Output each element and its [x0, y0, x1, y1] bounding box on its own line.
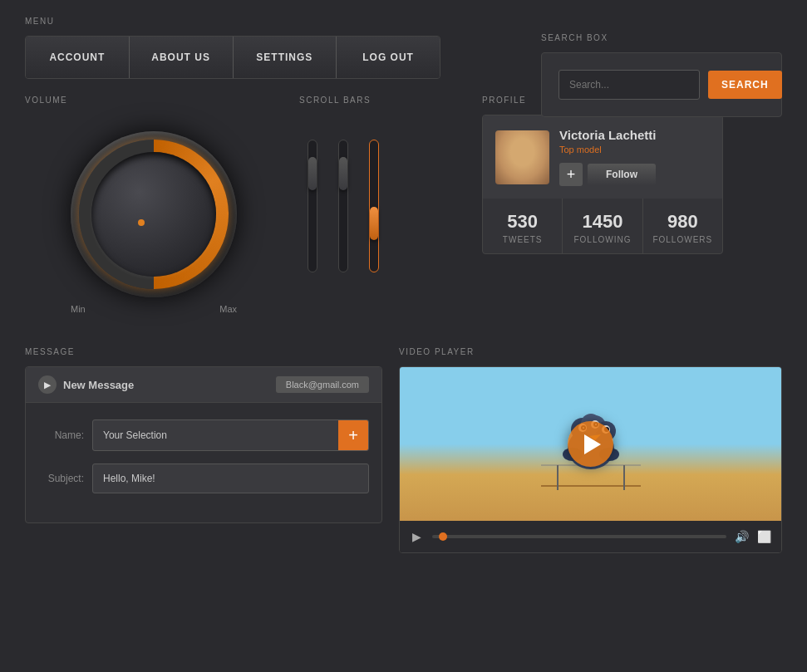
follow-container: + Follow	[559, 163, 710, 186]
search-input[interactable]	[559, 70, 700, 100]
profile-stats: 530 Tweets 1450 Following 980 Followers	[483, 199, 722, 253]
message-play-icon[interactable]: ▶	[38, 375, 57, 394]
fullscreen-icon[interactable]: ⬜	[757, 530, 771, 543]
scroll-thumb-2[interactable]	[339, 157, 347, 190]
message-email: Black@gmail.com	[276, 376, 369, 393]
scroll-bars-container	[299, 115, 465, 297]
video-screen[interactable]	[400, 367, 781, 521]
name-plus-button[interactable]: +	[338, 420, 368, 450]
following-label: Following	[573, 235, 631, 244]
menu-buttons: ACCOUNT ABOUT US SETTINGS LOG OUT	[25, 36, 440, 79]
menu-log-out-button[interactable]: LOG OUT	[337, 37, 440, 78]
new-message-label: ▶ New Message	[38, 375, 134, 394]
follow-button[interactable]: Follow	[588, 164, 656, 185]
knob-labels: Min Max	[71, 304, 237, 314]
video-container: ▶ 🔊 ⬜	[399, 366, 782, 553]
search-box: SEARCH	[541, 52, 782, 117]
stat-following: 1450 Following	[563, 199, 642, 253]
volume-knob-outer[interactable]	[71, 131, 237, 297]
name-label: Name:	[38, 429, 84, 441]
volume-control-icon[interactable]: 🔊	[735, 530, 749, 543]
avatar	[495, 130, 549, 184]
middle-section: VOLUME Min Max SCROLL BARS	[0, 79, 807, 347]
scroll-thumb-1[interactable]	[308, 157, 317, 190]
scroll-bar-2[interactable]	[338, 140, 348, 272]
profile-header: Victoria Lachetti Top model + Follow	[483, 115, 722, 199]
followers-count: 980	[652, 211, 714, 233]
followers-label: Followers	[652, 235, 712, 244]
volume-knob-indicator	[138, 219, 145, 226]
scroll-bar-1[interactable]	[308, 140, 317, 272]
video-progress-bar[interactable]	[432, 535, 726, 538]
play-triangle-icon	[584, 434, 601, 454]
subject-row: Subject:	[38, 464, 369, 493]
search-button[interactable]: SEARCH	[708, 71, 782, 99]
profile-title: Top model	[559, 145, 710, 155]
knob-min-label: Min	[71, 304, 86, 314]
profile-name: Victoria Lachetti	[559, 128, 710, 142]
video-label: VIDEO PLAYER	[399, 347, 782, 356]
message-section: MESSAGE ▶ New Message Black@gmail.com Na…	[25, 347, 382, 553]
bottom-section: MESSAGE ▶ New Message Black@gmail.com Na…	[0, 347, 807, 570]
video-play-control[interactable]: ▶	[410, 527, 424, 546]
search-label: SEARCH BOX	[541, 33, 757, 42]
video-progress-indicator	[439, 532, 447, 541]
search-section: SEARCH BOX SEARCH	[541, 17, 782, 117]
profile-section: PROFILE Victoria Lachetti Top model + Fo…	[482, 96, 782, 331]
tweets-count: 530	[491, 211, 554, 233]
volume-label: VOLUME	[25, 96, 283, 105]
volume-knob-ring	[79, 140, 229, 289]
menu-account-button[interactable]: ACCOUNT	[26, 37, 130, 78]
tweets-label: Tweets	[503, 235, 543, 244]
subject-label: Subject:	[38, 473, 84, 484]
new-message-text: New Message	[63, 379, 134, 391]
message-body: Name: + Subject:	[26, 403, 381, 522]
stat-tweets: 530 Tweets	[483, 199, 563, 253]
subject-input[interactable]	[93, 464, 368, 493]
message-label: MESSAGE	[25, 347, 382, 356]
scroll-bars-label: SCROLL BARS	[299, 96, 465, 105]
scroll-thumb-3[interactable]	[370, 207, 378, 240]
profile-card: Victoria Lachetti Top model + Follow 530…	[482, 115, 723, 254]
scroll-bars-section: SCROLL BARS	[299, 96, 465, 331]
name-input-wrapper: +	[92, 419, 369, 451]
knob-max-label: Max	[219, 304, 237, 314]
menu-settings-button[interactable]: SETTINGS	[234, 37, 337, 78]
stat-followers: 980 Followers	[643, 199, 722, 253]
message-container: ▶ New Message Black@gmail.com Name: + Su…	[25, 366, 382, 523]
name-row: Name: +	[38, 419, 369, 451]
follow-plus-button[interactable]: +	[559, 163, 583, 186]
subject-input-wrapper	[92, 464, 369, 493]
video-controls: ▶ 🔊 ⬜	[400, 521, 781, 552]
menu-about-us-button[interactable]: ABOUT US	[130, 37, 234, 78]
volume-knob-container: Min Max	[25, 115, 283, 331]
volume-section: VOLUME Min Max	[25, 96, 283, 331]
scroll-bar-3[interactable]	[369, 140, 379, 272]
name-input[interactable]	[93, 421, 338, 449]
video-play-button[interactable]	[568, 421, 613, 467]
avatar-image	[495, 130, 549, 184]
following-count: 1450	[571, 211, 633, 233]
profile-info: Victoria Lachetti Top model + Follow	[559, 128, 710, 186]
message-header: ▶ New Message Black@gmail.com	[26, 367, 381, 403]
video-section: VIDEO PLAYER	[399, 347, 782, 553]
volume-knob-inner	[91, 152, 216, 277]
